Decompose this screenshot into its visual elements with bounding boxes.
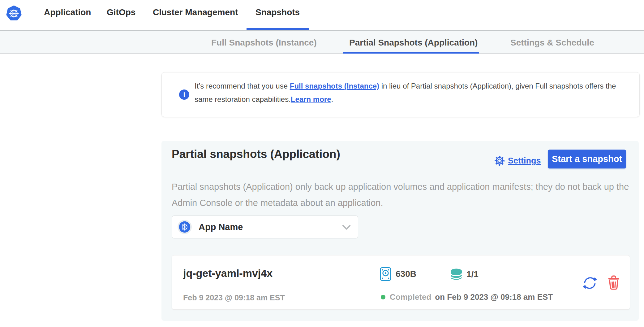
chevron-down-icon[interactable]: [342, 225, 351, 230]
kubernetes-logo-icon: [6, 5, 22, 21]
settings-link[interactable]: Settings: [494, 155, 541, 167]
active-tab-underline: [343, 52, 479, 54]
gear-icon: [494, 155, 505, 166]
restore-icon: [582, 275, 598, 291]
settings-label: Settings: [508, 156, 541, 166]
snapshot-created-date: Feb 9 2023 @ 09:18 am EST: [183, 293, 285, 302]
panel-title: Partial snapshots (Application): [172, 148, 340, 161]
restore-snapshot-button[interactable]: [582, 275, 598, 292]
learn-more-link[interactable]: Learn more: [291, 95, 331, 103]
tab-settings-schedule[interactable]: Settings & Schedule: [510, 38, 594, 48]
info-banner-text: It’s recommend that you use Full snapsho…: [195, 79, 634, 106]
info-icon: i: [179, 89, 189, 100]
disk-icon: [380, 267, 391, 281]
app-icon-ring: [178, 220, 192, 234]
nav-item-snapshots[interactable]: Snapshots: [255, 7, 300, 17]
snapshots-page: Application GitOps Cluster Management Sn…: [0, 0, 644, 327]
nav-item-cluster-management[interactable]: Cluster Management: [153, 7, 238, 17]
partial-snapshots-panel: Partial snapshots (Application) Settings…: [161, 141, 639, 321]
banner-text-before: It’s recommend that you use: [195, 82, 290, 90]
snapshot-size-value: 630B: [396, 269, 416, 279]
status-finished-time: on Feb 9 2023 @ 09:18 am EST: [435, 292, 553, 302]
trash-icon: [607, 275, 620, 290]
snapshot-volumes-value: 1/1: [466, 269, 479, 279]
app-name-dropdown[interactable]: App Name: [172, 216, 358, 238]
app-name-value: App Name: [199, 222, 243, 232]
snapshot-size: 630B: [380, 266, 416, 282]
snapshots-tab-bar: Full Snapshots (Instance) Partial Snapsh…: [0, 30, 644, 54]
snapshot-row: jq-get-yaml-mvj4x Feb 9 2023 @ 09:18 am …: [172, 255, 630, 310]
start-snapshot-button[interactable]: Start a snapshot: [548, 150, 626, 168]
banner-text-after: .: [331, 95, 333, 103]
status-label: Completed: [390, 292, 431, 302]
full-snapshots-instance-link[interactable]: Full snapshots (Instance): [290, 82, 379, 90]
status-dot: [381, 295, 385, 299]
snapshot-name: jq-get-yaml-mvj4x: [183, 267, 273, 279]
kubernetes-app-icon: [179, 221, 191, 233]
panel-description: Partial snapshots (Application) only bac…: [172, 179, 631, 211]
tab-full-snapshots-instance[interactable]: Full Snapshots (Instance): [211, 38, 317, 48]
delete-snapshot-button[interactable]: [607, 275, 620, 291]
nav-item-application[interactable]: Application: [44, 7, 91, 17]
top-navigation: Application GitOps Cluster Management Sn…: [0, 0, 644, 30]
dropdown-divider: [335, 221, 335, 233]
info-banner: i It’s recommend that you use Full snaps…: [161, 72, 640, 117]
nav-item-gitops[interactable]: GitOps: [107, 7, 135, 17]
snapshot-status: Completed on Feb 9 2023 @ 09:18 am EST: [381, 292, 553, 302]
database-icon: [450, 268, 463, 281]
snapshot-volumes: 1/1: [450, 267, 479, 281]
tab-partial-snapshots-application[interactable]: Partial Snapshots (Application): [349, 38, 478, 48]
